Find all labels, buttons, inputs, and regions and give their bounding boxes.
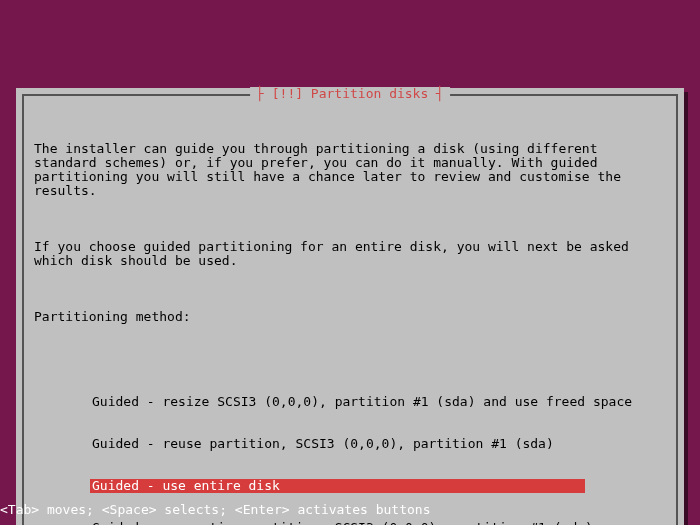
dialog-title: ├ [!!] Partition disks ┤ xyxy=(250,87,450,101)
prompt-label: Partitioning method: xyxy=(34,310,666,324)
partition-dialog: ├ [!!] Partition disks ┤ The installer c… xyxy=(16,88,684,525)
title-bracket-right: ┤ xyxy=(428,86,444,101)
option-guided-use-entire-partition[interactable]: Guided - use entire partition, SCSI3 (0,… xyxy=(90,521,666,525)
dialog-frame: ├ [!!] Partition disks ┤ The installer c… xyxy=(22,94,678,525)
status-bar: <Tab> moves; <Space> selects; <Enter> ac… xyxy=(0,503,700,517)
title-bracket-left: ├ xyxy=(256,86,272,101)
option-guided-reuse-partition[interactable]: Guided - reuse partition, SCSI3 (0,0,0),… xyxy=(90,437,666,451)
intro-paragraph-2: If you choose guided partitioning for an… xyxy=(34,240,666,268)
dialog-content: The installer can guide you through part… xyxy=(34,114,666,525)
title-text: [!!] Partition disks xyxy=(272,86,429,101)
option-guided-use-entire-disk[interactable]: Guided - use entire disk xyxy=(90,479,585,493)
intro-paragraph-1: The installer can guide you through part… xyxy=(34,142,666,198)
option-guided-resize[interactable]: Guided - resize SCSI3 (0,0,0), partition… xyxy=(90,395,666,409)
